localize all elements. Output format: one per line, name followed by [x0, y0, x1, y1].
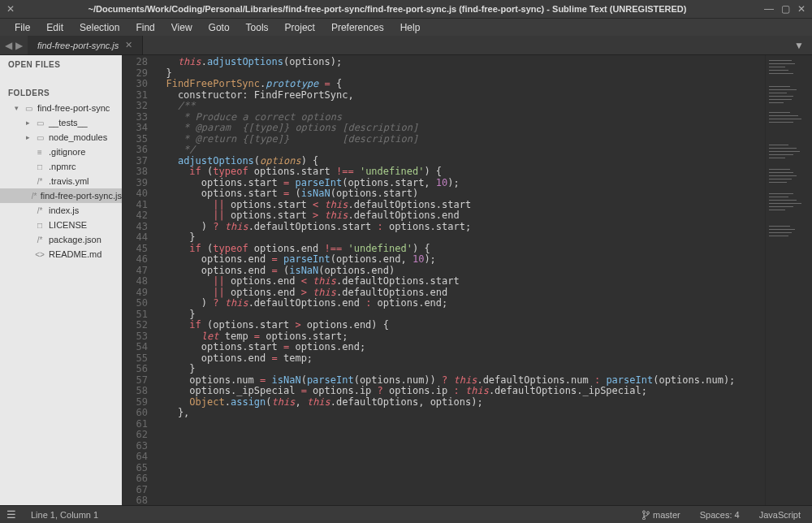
folder-node_modules[interactable]: ▸▭node_modules [0, 130, 122, 145]
code-line: Object.assign(this, this.defaultOptions,… [154, 397, 765, 408]
menu-tools[interactable]: Tools [238, 20, 277, 35]
minimap[interactable] [765, 55, 812, 505]
folder-open-icon: ▭ [23, 104, 34, 113]
folder-label: node_modules [49, 132, 107, 142]
code-line: constructor: FindFreePortSync, [154, 90, 765, 102]
file-icon: <> [34, 250, 45, 259]
code-line: /** [154, 101, 765, 112]
code-line: || options.end > this.defaultOptions.end [154, 287, 765, 299]
code-editor[interactable]: 2829303132333435363738394041424344454647… [122, 55, 812, 505]
code-line: } [154, 68, 765, 80]
close-icon[interactable]: ✕ [5, 3, 16, 15]
file-label: LICENSE [49, 220, 87, 230]
file-icon: /* [31, 192, 37, 201]
indentation[interactable]: Spaces: 4 [695, 508, 745, 521]
file-label: .travis.yml [49, 176, 89, 186]
project-name: find-free-port-sync [37, 103, 110, 113]
code-area[interactable]: this.adjustOptions(options); } FindFreeP… [154, 55, 765, 505]
history-back-icon[interactable]: ◀ [5, 40, 12, 51]
menu-help[interactable]: Help [392, 20, 429, 35]
file-icon: /* [34, 206, 45, 215]
menu-preferences[interactable]: Preferences [323, 20, 392, 35]
window-title: ~/Documents/Work/Coding/Personal/Librari… [16, 4, 758, 14]
file-label: .npmrc [49, 162, 76, 171]
branch-name: master [653, 510, 680, 520]
folder-icon: ▭ [34, 133, 45, 142]
maximize-icon[interactable]: ▢ [780, 3, 791, 15]
code-line: || options.start > this.defaultOptions.e… [154, 210, 765, 222]
code-line: ) ? this.defaultOptions.end : options.en… [154, 298, 765, 309]
code-line: || options.end < this.defaultOptions.sta… [154, 276, 765, 287]
file-package-json[interactable]: /*package.json [0, 232, 122, 247]
code-line: if (typeof options.start !== 'undefined'… [154, 166, 765, 178]
code-line: * Produce a correct options [154, 112, 765, 123]
syntax[interactable]: JavaScript [754, 508, 806, 521]
minimize-icon[interactable]: ― [763, 3, 775, 15]
menu-find[interactable]: Find [127, 20, 162, 35]
file--travis-yml[interactable]: /*.travis.yml [0, 174, 122, 188]
code-line: options.start = parseInt(options.start, … [154, 178, 765, 189]
menu-icon[interactable]: ☰ [6, 508, 16, 521]
file-README-md[interactable]: <>README.md [0, 247, 122, 262]
code-line: options._ipSpecial = options.ip ? option… [154, 386, 765, 397]
menu-edit[interactable]: Edit [38, 20, 71, 35]
file-icon: ≡ [34, 148, 45, 157]
code-line: options.start = (isNaN(options.start) [154, 188, 765, 200]
code-line: options.end = parseInt(options.end, 10); [154, 254, 765, 266]
history-forward-icon[interactable]: ▶ [15, 40, 23, 51]
tab-close-icon[interactable]: ✕ [125, 40, 132, 50]
menu-view[interactable]: View [163, 20, 201, 35]
sidebar: OPEN FILES FOLDERS ▾ ▭ find-free-port-sy… [0, 55, 122, 505]
status-bar: ☰ Line 1, Column 1 master Spaces: 4 Java… [0, 505, 812, 523]
file-icon: /* [34, 177, 45, 186]
file-index-js[interactable]: /*index.js [0, 203, 122, 218]
tab-bar: ◀ ▶ find-free-port-sync.js ✕ ▼ [0, 36, 812, 55]
folder-label: __tests__ [49, 118, 88, 128]
tab-dropdown-icon[interactable]: ▼ [786, 36, 812, 54]
folder-icon: ▭ [34, 119, 45, 128]
tab-label: find-free-port-sync.js [37, 41, 119, 50]
chevron-down-icon: ▾ [13, 104, 19, 112]
code-line: options.end = (isNaN(options.end) [154, 266, 765, 277]
file-label: package.json [49, 235, 102, 244]
menu-project[interactable]: Project [277, 20, 323, 35]
code-line: this.adjustOptions(options); [154, 57, 765, 68]
project-root[interactable]: ▾ ▭ find-free-port-sync [0, 101, 122, 115]
menu-selection[interactable]: Selection [71, 20, 127, 35]
code-line: options.end = temp; [154, 353, 765, 365]
code-line: options.start = options.end; [154, 342, 765, 353]
code-line: FindFreePortSync.prototype = { [154, 79, 765, 90]
code-line: if (options.start > options.end) { [154, 320, 765, 331]
folder-__tests__[interactable]: ▸▭__tests__ [0, 115, 122, 130]
git-branch[interactable]: master [637, 508, 685, 521]
file--gitignore[interactable]: ≡.gitignore [0, 145, 122, 159]
code-line: options.num = isNaN(parseInt(options.num… [154, 375, 765, 387]
file-icon: /* [34, 236, 45, 244]
menubar: FileEditSelectionFindViewGotoToolsProjec… [0, 18, 812, 36]
code-line: || options.start < this.defaultOptions.s… [154, 200, 765, 211]
code-line: * @return {[type]} [description] [154, 134, 765, 145]
folders-header: FOLDERS [0, 84, 122, 101]
code-line: } [154, 309, 765, 321]
file-label: index.js [49, 205, 79, 215]
menu-file[interactable]: File [6, 20, 38, 35]
file-icon: □ [34, 162, 45, 171]
file-LICENSE[interactable]: □LICENSE [0, 218, 122, 232]
tab-history: ◀ ▶ [0, 36, 28, 54]
file-label: .gitignore [49, 147, 85, 157]
code-line: let temp = options.start; [154, 331, 765, 343]
git-branch-icon [641, 510, 650, 520]
window-titlebar: ✕ ~/Documents/Work/Coding/Personal/Libra… [0, 0, 812, 18]
tab-active[interactable]: find-free-port-sync.js ✕ [28, 36, 143, 54]
close-window-icon[interactable]: ✕ [796, 3, 807, 15]
file--npmrc[interactable]: □.npmrc [0, 159, 122, 174]
menu-goto[interactable]: Goto [201, 20, 238, 35]
file-find-free-port-sync-js[interactable]: /*find-free-port-sync.js [0, 188, 122, 203]
code-line: * @param {[type]} options [description] [154, 123, 765, 134]
chevron-right-icon: ▸ [24, 119, 31, 127]
cursor-position[interactable]: Line 1, Column 1 [26, 508, 103, 521]
code-line: adjustOptions(options) { [154, 156, 765, 167]
chevron-right-icon: ▸ [24, 133, 31, 141]
code-line: */ [154, 145, 765, 156]
code-line: if (typeof options.end !== 'undefined') … [154, 244, 765, 255]
